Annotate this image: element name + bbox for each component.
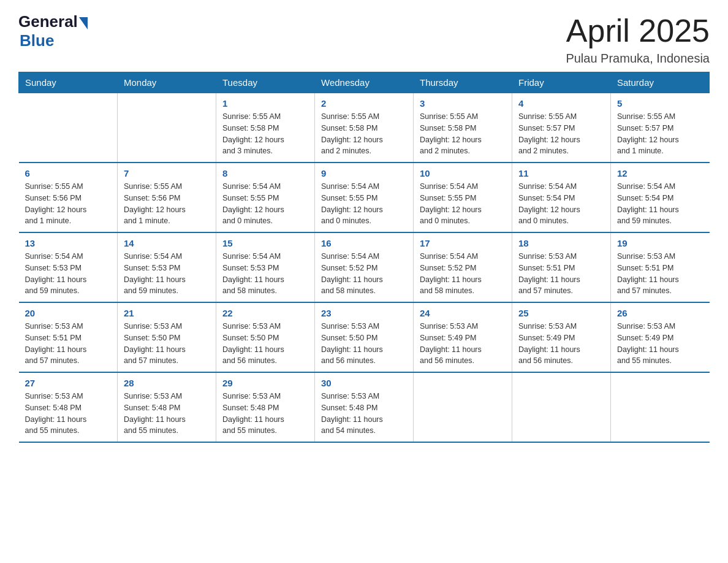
calendar-cell: 14Sunrise: 5:54 AM Sunset: 5:53 PM Dayli… [118, 232, 216, 302]
day-info: Sunrise: 5:54 AM Sunset: 5:52 PM Dayligh… [420, 251, 506, 297]
day-number: 17 [420, 238, 506, 248]
logo-arrow-icon [79, 17, 88, 29]
calendar-cell: 19Sunrise: 5:53 AM Sunset: 5:51 PM Dayli… [611, 232, 710, 302]
day-number: 21 [124, 308, 210, 318]
day-number: 25 [518, 308, 604, 318]
calendar-cell: 8Sunrise: 5:54 AM Sunset: 5:55 PM Daylig… [216, 163, 315, 232]
weekday-header-monday: Monday [118, 72, 216, 93]
calendar-cell: 1Sunrise: 5:55 AM Sunset: 5:58 PM Daylig… [216, 93, 315, 163]
day-number: 19 [617, 238, 703, 248]
logo-general-text: General [18, 12, 78, 31]
day-number: 2 [321, 98, 407, 109]
calendar-cell: 24Sunrise: 5:53 AM Sunset: 5:49 PM Dayli… [414, 302, 512, 372]
day-info: Sunrise: 5:53 AM Sunset: 5:48 PM Dayligh… [222, 391, 308, 437]
calendar-cell: 30Sunrise: 5:53 AM Sunset: 5:48 PM Dayli… [315, 372, 414, 442]
weekday-header-friday: Friday [512, 72, 611, 93]
day-number: 14 [124, 238, 210, 248]
day-number: 28 [124, 378, 210, 388]
weekday-header-wednesday: Wednesday [315, 72, 414, 93]
day-info: Sunrise: 5:54 AM Sunset: 5:53 PM Dayligh… [124, 251, 210, 297]
day-number: 11 [518, 168, 604, 178]
calendar-cell: 11Sunrise: 5:54 AM Sunset: 5:54 PM Dayli… [512, 163, 611, 232]
day-number: 30 [321, 378, 407, 388]
calendar-cell [19, 93, 118, 163]
day-info: Sunrise: 5:54 AM Sunset: 5:54 PM Dayligh… [617, 181, 703, 227]
calendar-cell: 17Sunrise: 5:54 AM Sunset: 5:52 PM Dayli… [414, 232, 512, 302]
calendar-cell: 15Sunrise: 5:54 AM Sunset: 5:53 PM Dayli… [216, 232, 315, 302]
calendar-cell: 13Sunrise: 5:54 AM Sunset: 5:53 PM Dayli… [19, 232, 118, 302]
calendar-cell: 10Sunrise: 5:54 AM Sunset: 5:55 PM Dayli… [414, 163, 512, 232]
day-number: 9 [321, 168, 407, 178]
calendar-cell: 6Sunrise: 5:55 AM Sunset: 5:56 PM Daylig… [19, 163, 118, 232]
day-info: Sunrise: 5:54 AM Sunset: 5:52 PM Dayligh… [321, 251, 407, 297]
calendar-cell: 22Sunrise: 5:53 AM Sunset: 5:50 PM Dayli… [216, 302, 315, 372]
calendar-cell: 26Sunrise: 5:53 AM Sunset: 5:49 PM Dayli… [611, 302, 710, 372]
calendar-week-row: 13Sunrise: 5:54 AM Sunset: 5:53 PM Dayli… [19, 232, 710, 302]
day-info: Sunrise: 5:55 AM Sunset: 5:57 PM Dayligh… [617, 111, 703, 157]
weekday-header-tuesday: Tuesday [216, 72, 315, 93]
day-info: Sunrise: 5:55 AM Sunset: 5:58 PM Dayligh… [321, 111, 407, 157]
day-number: 24 [420, 308, 506, 318]
calendar-cell: 4Sunrise: 5:55 AM Sunset: 5:57 PM Daylig… [512, 93, 611, 163]
day-info: Sunrise: 5:53 AM Sunset: 5:49 PM Dayligh… [617, 321, 703, 367]
day-info: Sunrise: 5:53 AM Sunset: 5:48 PM Dayligh… [124, 391, 210, 437]
day-number: 15 [222, 238, 308, 248]
day-info: Sunrise: 5:53 AM Sunset: 5:49 PM Dayligh… [518, 321, 604, 367]
calendar-cell: 29Sunrise: 5:53 AM Sunset: 5:48 PM Dayli… [216, 372, 315, 442]
day-info: Sunrise: 5:53 AM Sunset: 5:50 PM Dayligh… [124, 321, 210, 367]
day-number: 22 [222, 308, 308, 318]
calendar-cell: 16Sunrise: 5:54 AM Sunset: 5:52 PM Dayli… [315, 232, 414, 302]
day-number: 8 [222, 168, 308, 178]
day-info: Sunrise: 5:54 AM Sunset: 5:55 PM Dayligh… [222, 181, 308, 227]
day-number: 18 [518, 238, 604, 248]
day-number: 23 [321, 308, 407, 318]
calendar-week-row: 1Sunrise: 5:55 AM Sunset: 5:58 PM Daylig… [19, 93, 710, 163]
page-header: General Blue April 2025 Pulau Pramuka, I… [18, 12, 710, 66]
calendar-cell [611, 372, 710, 442]
logo: General Blue [18, 12, 88, 50]
calendar-cell: 23Sunrise: 5:53 AM Sunset: 5:50 PM Dayli… [315, 302, 414, 372]
day-info: Sunrise: 5:54 AM Sunset: 5:53 PM Dayligh… [222, 251, 308, 297]
calendar-week-row: 6Sunrise: 5:55 AM Sunset: 5:56 PM Daylig… [19, 163, 710, 232]
day-number: 5 [617, 98, 703, 109]
day-info: Sunrise: 5:53 AM Sunset: 5:51 PM Dayligh… [518, 251, 604, 297]
title-block: April 2025 Pulau Pramuka, Indonesia [566, 12, 710, 66]
calendar-cell: 20Sunrise: 5:53 AM Sunset: 5:51 PM Dayli… [19, 302, 118, 372]
weekday-header-saturday: Saturday [611, 72, 710, 93]
day-number: 29 [222, 378, 308, 388]
calendar-cell: 21Sunrise: 5:53 AM Sunset: 5:50 PM Dayli… [118, 302, 216, 372]
day-number: 20 [25, 308, 112, 318]
day-number: 26 [617, 308, 703, 318]
day-info: Sunrise: 5:55 AM Sunset: 5:56 PM Dayligh… [124, 181, 210, 227]
logo-blue-text: Blue [20, 31, 54, 50]
day-info: Sunrise: 5:53 AM Sunset: 5:48 PM Dayligh… [321, 391, 407, 437]
day-number: 7 [124, 168, 210, 178]
day-number: 10 [420, 168, 506, 178]
day-info: Sunrise: 5:55 AM Sunset: 5:58 PM Dayligh… [222, 111, 308, 157]
calendar-cell [512, 372, 611, 442]
calendar-cell: 7Sunrise: 5:55 AM Sunset: 5:56 PM Daylig… [118, 163, 216, 232]
day-info: Sunrise: 5:54 AM Sunset: 5:53 PM Dayligh… [25, 251, 112, 297]
day-info: Sunrise: 5:53 AM Sunset: 5:51 PM Dayligh… [617, 251, 703, 297]
calendar-week-row: 27Sunrise: 5:53 AM Sunset: 5:48 PM Dayli… [19, 372, 710, 442]
day-info: Sunrise: 5:53 AM Sunset: 5:50 PM Dayligh… [321, 321, 407, 367]
day-number: 13 [25, 238, 112, 248]
calendar-cell: 3Sunrise: 5:55 AM Sunset: 5:58 PM Daylig… [414, 93, 512, 163]
day-number: 6 [25, 168, 112, 178]
day-info: Sunrise: 5:54 AM Sunset: 5:54 PM Dayligh… [518, 181, 604, 227]
weekday-header-row: SundayMondayTuesdayWednesdayThursdayFrid… [19, 72, 710, 93]
calendar-cell: 25Sunrise: 5:53 AM Sunset: 5:49 PM Dayli… [512, 302, 611, 372]
location-title: Pulau Pramuka, Indonesia [566, 52, 710, 66]
calendar-cell: 28Sunrise: 5:53 AM Sunset: 5:48 PM Dayli… [118, 372, 216, 442]
day-number: 3 [420, 98, 506, 109]
calendar-cell: 18Sunrise: 5:53 AM Sunset: 5:51 PM Dayli… [512, 232, 611, 302]
calendar-cell: 12Sunrise: 5:54 AM Sunset: 5:54 PM Dayli… [611, 163, 710, 232]
day-info: Sunrise: 5:53 AM Sunset: 5:50 PM Dayligh… [222, 321, 308, 367]
day-number: 12 [617, 168, 703, 178]
calendar-cell: 27Sunrise: 5:53 AM Sunset: 5:48 PM Dayli… [19, 372, 118, 442]
weekday-header-sunday: Sunday [19, 72, 118, 93]
day-number: 16 [321, 238, 407, 248]
day-info: Sunrise: 5:54 AM Sunset: 5:55 PM Dayligh… [321, 181, 407, 227]
calendar-table: SundayMondayTuesdayWednesdayThursdayFrid… [18, 72, 710, 443]
calendar-cell [118, 93, 216, 163]
